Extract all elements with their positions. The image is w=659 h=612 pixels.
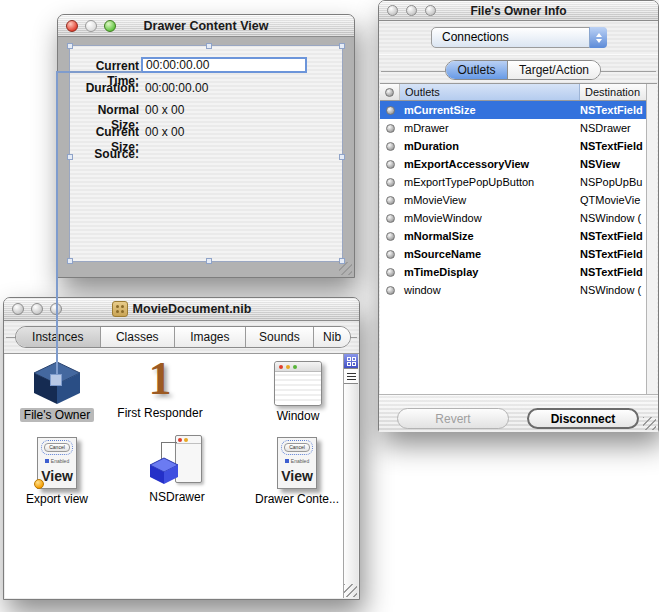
tab-images[interactable]: Images (175, 327, 246, 347)
tab-instances[interactable]: Instances (16, 327, 101, 347)
cancel-mini-button: Cancel (284, 443, 310, 452)
disconnect-button[interactable]: Disconnect (527, 408, 639, 429)
resize-grip-icon[interactable] (643, 417, 656, 430)
info-panel-bottom-bar: Revert Disconnect (379, 394, 658, 432)
outlet-row[interactable]: mSourceName NSTextField (380, 245, 646, 263)
nib-window-title: MovieDocument.nib (133, 302, 252, 316)
minimize-button[interactable] (31, 303, 43, 315)
zoom-button[interactable] (104, 20, 116, 32)
drawer-window-titlebar[interactable]: Drawer Content View (58, 15, 354, 37)
divider (379, 54, 658, 55)
bullet-icon (386, 250, 395, 259)
outlet-destination: NSTextField (560, 104, 646, 116)
outlet-destination: NSWindow ( (560, 284, 646, 296)
outlet-destination: NSTextField (560, 248, 646, 260)
instance-label: Window (273, 409, 324, 423)
header-bullet-column[interactable] (380, 84, 400, 100)
outlet-destination: NSTextField (560, 266, 646, 278)
drawer-cube-icon (149, 457, 179, 485)
bullet-icon (386, 124, 395, 133)
info-panel-titlebar[interactable]: File's Owner Info (379, 1, 658, 21)
duration-field[interactable]: 00:00:00.00 (145, 81, 208, 96)
drawer-icon (149, 435, 205, 487)
resize-grip-icon[interactable] (344, 584, 357, 597)
instance-window[interactable]: Window (246, 361, 350, 423)
outlet-name: mExportTypePopUpButton (400, 176, 560, 188)
connection-endpoint-handle (50, 374, 62, 386)
files-owner-info-panel: File's Owner Info Connections Outlets Ta… (378, 0, 659, 431)
outlet-row[interactable]: mExportAccessoryView NSView (380, 155, 646, 173)
resize-handle-icon[interactable] (339, 43, 345, 49)
header-outlets[interactable]: Outlets (400, 84, 580, 100)
resize-handle-icon[interactable] (206, 258, 212, 264)
form-row-normal-size: Normal Size: 00 x 00 (70, 103, 342, 119)
bullet-icon (386, 196, 395, 205)
tab-nib[interactable]: Nib (314, 327, 350, 347)
resize-handle-icon[interactable] (67, 43, 73, 49)
form-row-duration: Duration: 00:00:00.00 (70, 81, 342, 97)
bullet-icon (386, 178, 395, 187)
close-button[interactable] (387, 5, 398, 16)
drawer-content-view[interactable]: Current Time: 00:00:00.00 Duration: 00:0… (69, 45, 343, 262)
vertical-scrollbar[interactable] (343, 354, 358, 598)
drawer-window-body: Current Time: 00:00:00.00 Duration: 00:0… (58, 37, 354, 277)
bullet-icon (386, 160, 395, 169)
instance-export-view[interactable]: Cancel Enabled View Export view (5, 437, 109, 506)
outlet-destination: QTMovieVie (560, 194, 646, 206)
outlet-row[interactable]: mTimeDisplay NSTextField (380, 263, 646, 281)
normal-size-field[interactable]: 00 x 00 (145, 103, 184, 118)
outlet-name: mNormalSize (400, 230, 560, 242)
revert-button[interactable]: Revert (397, 408, 509, 429)
outlet-row[interactable]: mMovieWindow NSWindow ( (380, 209, 646, 227)
instance-label: Drawer Conte... (251, 492, 343, 506)
tab-sounds[interactable]: Sounds (246, 327, 315, 347)
outlet-row[interactable]: mExportTypePopUpButton NSPopUpBu (380, 173, 646, 191)
checkbox-mini-icon (285, 459, 289, 463)
outlet-destination: NSDrawer (560, 122, 646, 134)
current-size-field[interactable]: 00 x 00 (145, 125, 184, 140)
table-header: Outlets Destination (380, 84, 657, 101)
inspector-popup[interactable]: Connections (431, 27, 607, 48)
outlet-name: mSourceName (400, 248, 560, 260)
table-body: mCurrentSize NSTextField mDrawer NSDrawe… (380, 101, 646, 299)
resize-handle-icon[interactable] (67, 258, 73, 264)
resize-grip-icon[interactable] (339, 262, 352, 275)
outlets-table: Outlets Destination mCurrentSize NSTextF… (380, 83, 657, 394)
vertical-scrollbar[interactable] (646, 84, 657, 394)
cancel-mini-button: Cancel (44, 443, 70, 452)
outlet-destination: NSView (560, 158, 646, 170)
resize-handle-icon[interactable] (206, 43, 212, 49)
connection-line-vertical (56, 71, 58, 378)
close-button[interactable] (66, 20, 78, 32)
outlet-name: window (400, 284, 560, 296)
tab-target-action[interactable]: Target/Action (508, 61, 600, 79)
outlet-row[interactable]: mDuration NSTextField (380, 137, 646, 155)
outlet-row[interactable]: mCurrentSize NSTextField (380, 101, 646, 119)
tab-classes[interactable]: Classes (101, 327, 176, 347)
icon-view-mode-button[interactable] (344, 354, 358, 369)
bullet-icon (386, 268, 395, 277)
instance-drawer-content[interactable]: Cancel Enabled View Drawer Conte... (245, 437, 349, 506)
form-row-current-size: Current Size: 00 x 00 (70, 125, 342, 141)
drawer-content-view-window: Drawer Content View Current Time: 00:00: (57, 14, 355, 278)
close-button[interactable] (12, 303, 24, 315)
view-icon: Cancel Enabled View (37, 437, 77, 489)
list-view-mode-button[interactable] (344, 369, 358, 384)
minimize-button[interactable] (85, 20, 97, 32)
outlet-destination: NSTextField (560, 230, 646, 242)
tab-outlets[interactable]: Outlets (446, 61, 508, 79)
instance-nsdrawer[interactable]: NSDrawer (125, 435, 229, 504)
outlet-row[interactable]: mDrawer NSDrawer (380, 119, 646, 137)
popup-stepper-icon[interactable] (589, 27, 607, 48)
outlet-row[interactable]: mMovieView QTMovieVie (380, 191, 646, 209)
bullet-icon (386, 286, 395, 295)
zoom-button[interactable] (425, 5, 436, 16)
minimize-button[interactable] (406, 5, 417, 16)
outlet-row[interactable]: mNormalSize NSTextField (380, 227, 646, 245)
instance-label: Export view (22, 492, 92, 506)
source-label: Source: (70, 147, 139, 162)
bullet-icon (386, 106, 395, 115)
outlet-row[interactable]: window NSWindow ( (380, 281, 646, 299)
current-time-field[interactable]: 00:00:00.00 (141, 57, 307, 73)
instance-first-responder[interactable]: 1 First Responder (108, 355, 212, 420)
